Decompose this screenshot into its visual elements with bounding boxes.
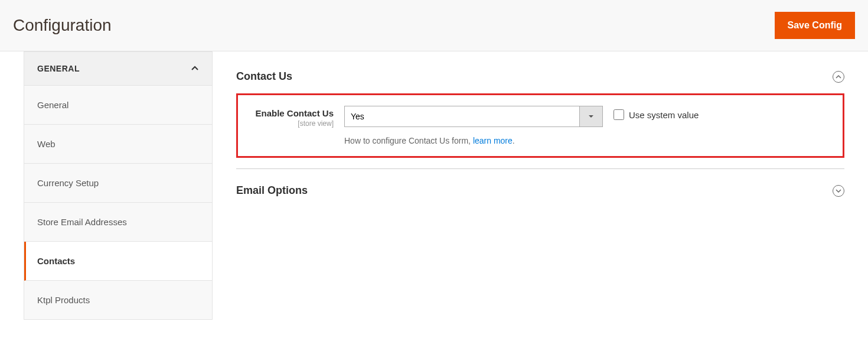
sidebar-item-web[interactable]: Web (24, 125, 212, 164)
sidebar-item-general[interactable]: General (24, 86, 212, 125)
main-panel: Contact Us Enable Contact Us [store view… (213, 51, 868, 320)
content-area: GENERAL General Web Currency Setup Store… (0, 51, 868, 320)
note-suffix: . (513, 136, 515, 145)
sidebar-item-ktpl-products[interactable]: Ktpl Products (24, 281, 212, 319)
section-header-email-options[interactable]: Email Options (236, 182, 844, 202)
field-label: Enable Contact Us (245, 108, 334, 118)
section-title: Contact Us (236, 70, 292, 83)
field-control: Yes (344, 106, 603, 127)
highlight-box: Enable Contact Us [store view] Yes (236, 93, 844, 158)
sidebar-section-label: GENERAL (37, 64, 80, 73)
use-system-value-group: Use system value (614, 106, 699, 120)
select-wrapper: Yes (344, 106, 603, 127)
sidebar-items: General Web Currency Setup Store Email A… (24, 86, 213, 320)
collapse-down-icon (833, 185, 844, 197)
section-divider (236, 168, 844, 169)
chevron-up-icon (191, 64, 199, 73)
section-title: Email Options (236, 184, 308, 197)
learn-more-link[interactable]: learn more (473, 136, 513, 145)
page-title: Configuration (13, 16, 112, 35)
sidebar-item-contacts[interactable]: Contacts (24, 242, 212, 281)
use-system-value-label[interactable]: Use system value (629, 110, 699, 120)
enable-contact-us-select[interactable]: Yes (344, 106, 603, 127)
field-label-column: Enable Contact Us [store view] (245, 106, 334, 128)
section-header-contact-us[interactable]: Contact Us (236, 68, 844, 93)
sidebar-section-general[interactable]: GENERAL (24, 51, 213, 86)
sidebar-item-store-email-addresses[interactable]: Store Email Addresses (24, 203, 212, 242)
save-config-button[interactable]: Save Config (775, 12, 855, 39)
field-scope: [store view] (245, 119, 334, 128)
sidebar: GENERAL General Web Currency Setup Store… (24, 51, 213, 320)
use-system-value-checkbox[interactable] (614, 109, 624, 120)
field-enable-contact-us: Enable Contact Us [store view] Yes (245, 106, 836, 128)
field-note: How to configure Contact Us form, learn … (344, 136, 836, 145)
page-header: Configuration Save Config (0, 0, 868, 51)
sidebar-item-currency-setup[interactable]: Currency Setup (24, 164, 212, 203)
collapse-up-icon (833, 71, 844, 83)
note-text: How to configure Contact Us form, (344, 136, 473, 145)
